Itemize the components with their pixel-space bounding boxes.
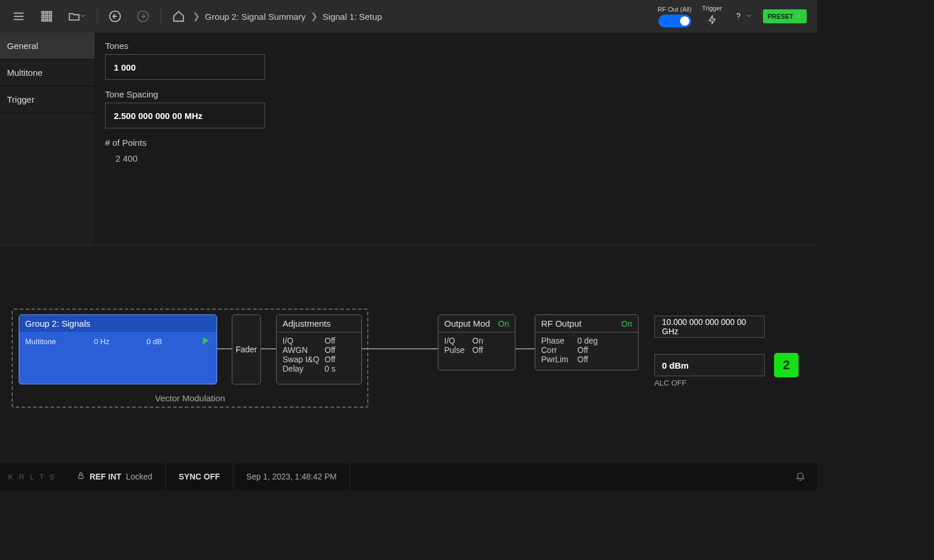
rf-output-status: On: [621, 319, 632, 328]
menu-icon[interactable]: [7, 5, 30, 28]
param-row: PulseOff: [444, 345, 509, 355]
chevron-right-icon: ❯: [311, 11, 318, 22]
sidebar-item-multitone[interactable]: Multitone: [0, 60, 95, 86]
preset-button-label: PRESET: [768, 13, 793, 20]
chevron-right-icon: ❯: [193, 11, 200, 22]
lock-icon: [77, 472, 85, 481]
svg-rect-6: [42, 15, 44, 18]
alc-status-label: ALC OFF: [654, 379, 686, 387]
param-value: Off: [325, 345, 335, 355]
fader-block[interactable]: Fader: [232, 314, 261, 384]
ref-status-cell[interactable]: REF INT Locked: [64, 463, 166, 490]
svg-rect-8: [50, 15, 52, 18]
svg-rect-18: [79, 475, 83, 478]
home-icon[interactable]: [167, 5, 190, 28]
trigger-group: Trigger: [702, 5, 722, 28]
param-value: Off: [325, 355, 335, 364]
wire: [261, 348, 276, 349]
apps-grid-icon[interactable]: [35, 5, 58, 28]
sync-status-cell[interactable]: SYNC OFF: [166, 463, 234, 490]
svg-rect-5: [50, 12, 52, 14]
param-key: Swap I&Q: [283, 355, 325, 364]
param-key: I/Q: [444, 336, 472, 345]
param-key: Phase: [541, 336, 577, 345]
preset-button[interactable]: PRESET: [763, 9, 807, 23]
sidebar-item-general[interactable]: General: [0, 33, 95, 59]
tones-input[interactable]: 1 000: [105, 54, 265, 80]
rf-out-label: RF Out (All): [657, 6, 691, 13]
svg-point-16: [738, 19, 738, 19]
svg-marker-17: [203, 337, 210, 344]
signal-row[interactable]: Multitone 0 Hz 0 dB: [19, 332, 217, 348]
rf-out-toggle-group: RF Out (All): [657, 6, 691, 27]
rf-output-title: RF Output: [541, 318, 581, 328]
param-key: Corr: [541, 345, 577, 355]
signals-block-title: Group 2: Signals: [19, 315, 217, 332]
frequency-input[interactable]: 10.000 000 000 000 00 GHz: [654, 316, 765, 338]
param-value: Off: [577, 345, 588, 355]
folder-open-icon[interactable]: [63, 5, 91, 28]
play-icon[interactable]: [200, 335, 211, 348]
help-dropdown[interactable]: [733, 9, 752, 23]
signal-frequency: 0 Hz: [94, 337, 147, 346]
signals-block[interactable]: Group 2: Signals Multitone 0 Hz 0 dB: [19, 314, 217, 384]
signal-name: Multitone: [25, 337, 94, 346]
param-key: I/Q: [283, 336, 325, 345]
param-key: Pulse: [444, 345, 472, 355]
wire: [362, 348, 438, 349]
wire: [515, 348, 535, 349]
param-row: I/QOff: [283, 336, 356, 345]
output-mod-title: Output Mod: [444, 318, 490, 328]
tone-spacing-input[interactable]: 2.500 000 000 00 MHz: [105, 103, 265, 128]
trigger-label: Trigger: [702, 5, 722, 12]
tone-spacing-label: Tone Spacing: [105, 89, 265, 99]
ref-lock-status: Locked: [126, 472, 152, 481]
svg-rect-10: [46, 19, 48, 22]
breadcrumb-level-1[interactable]: Group 2: Signal Summary: [205, 12, 306, 22]
points-label: # of Points: [105, 138, 265, 148]
param-key: AWGN: [283, 345, 325, 355]
sidebar: General Multitone Trigger: [0, 33, 95, 245]
datetime-cell: Sep 1, 2023, 1:48:42 PM: [234, 463, 350, 490]
breadcrumb: ❯ Group 2: Signal Summary ❯ Signal 1: Se…: [193, 11, 382, 22]
svg-rect-4: [46, 12, 48, 14]
param-key: PwrLim: [541, 355, 577, 364]
param-row: PwrLimOff: [541, 355, 632, 364]
svg-rect-7: [46, 15, 48, 18]
fader-label: Fader: [236, 345, 257, 354]
breadcrumb-level-2[interactable]: Signal 1: Setup: [323, 12, 382, 22]
param-value: 0 deg: [577, 336, 598, 345]
datetime-label: Sep 1, 2023, 1:48:42 PM: [246, 472, 337, 481]
output-mod-block[interactable]: Output Mod On I/QOnPulseOff: [438, 314, 515, 370]
svg-rect-9: [42, 19, 44, 22]
status-bar: K R L T S REF INT Locked SYNC OFF Sep 1,…: [0, 463, 817, 490]
param-row: AWGNOff: [283, 345, 356, 355]
param-row: CorrOff: [541, 345, 632, 355]
forward-icon[interactable]: [131, 5, 155, 28]
toolbar-separator: [161, 7, 161, 26]
power-input[interactable]: 0 dBm: [654, 354, 765, 376]
lightning-icon[interactable]: [707, 13, 717, 28]
param-value: Off: [325, 336, 335, 345]
adjustments-block[interactable]: Adjustments I/QOffAWGNOffSwap I&QOffDela…: [276, 314, 362, 384]
param-value: On: [472, 336, 483, 345]
svg-rect-11: [50, 19, 52, 22]
sidebar-item-trigger[interactable]: Trigger: [0, 86, 95, 113]
ref-label: REF INT: [89, 472, 121, 481]
vector-modulation-label: Vector Modulation: [13, 393, 367, 403]
param-row: Swap I&QOff: [283, 355, 356, 364]
rf-out-toggle[interactable]: [658, 15, 691, 27]
status-flags: K R L T S: [0, 473, 64, 481]
param-value: 0 s: [325, 364, 336, 373]
toolbar-separator: [97, 7, 97, 26]
param-row: Phase0 deg: [541, 336, 632, 345]
form-panel: Tones 1 000 Tone Spacing 2.500 000 000 0…: [95, 33, 276, 245]
output-port-badge[interactable]: 2: [774, 353, 799, 377]
signal-level: 0 dB: [147, 337, 187, 346]
rf-output-block[interactable]: RF Output On Phase0 degCorrOffPwrLimOff: [535, 314, 639, 370]
notifications-icon[interactable]: [783, 471, 817, 483]
points-value: 2 400: [105, 151, 265, 163]
back-icon[interactable]: [103, 5, 127, 28]
wire: [217, 348, 232, 349]
sync-label: SYNC OFF: [179, 472, 220, 481]
